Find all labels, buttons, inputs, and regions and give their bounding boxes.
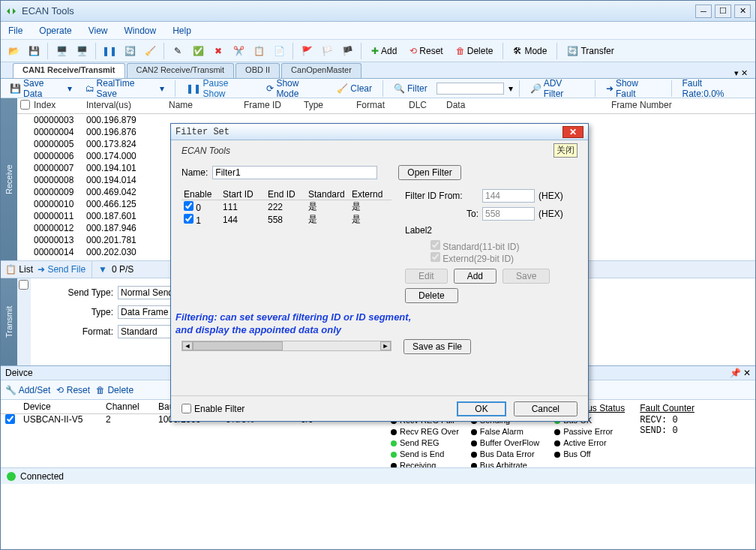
- device-checkbox[interactable]: [5, 414, 15, 424]
- menu-file[interactable]: File: [8, 26, 22, 36]
- connection-label: Connected: [20, 471, 64, 482]
- dialog-close-button[interactable]: ✕: [562, 126, 584, 138]
- filter-table: Enable Start ID End ID Standard Externd …: [182, 189, 392, 303]
- menu-operate[interactable]: Operate: [39, 26, 71, 36]
- device-section-title: Deivce: [5, 368, 33, 378]
- cut-icon[interactable]: ✂️: [230, 43, 247, 59]
- save-icon[interactable]: 💾: [26, 43, 42, 59]
- filter-button[interactable]: 🔍 Filter: [389, 80, 432, 97]
- show-fault-button[interactable]: ➜ Show Fault: [602, 80, 665, 97]
- add-button[interactable]: ✚ Add: [367, 43, 401, 59]
- transfer-button[interactable]: 🔄 Transfer: [562, 43, 618, 59]
- dialog-title: Filter Set: [176, 127, 562, 137]
- flag1-icon[interactable]: 🚩: [298, 43, 315, 59]
- grid-select-all[interactable]: [20, 100, 30, 110]
- rate-down-icon[interactable]: ▼: [98, 264, 107, 275]
- open-filter-button[interactable]: Open Filter: [398, 165, 460, 180]
- fault-recv: RECV: 0: [640, 415, 694, 425]
- col-framenum: Frame Number: [608, 100, 683, 112]
- col-format: Format: [353, 100, 406, 112]
- paste-icon[interactable]: 📄: [271, 43, 287, 59]
- adv-filter-button[interactable]: 🔎 ADV Filter: [526, 80, 589, 97]
- menu-view[interactable]: View: [88, 26, 108, 36]
- delete-button[interactable]: 🗑 Delete: [452, 43, 498, 59]
- filter-set-dialog: Filter Set ✕ ECAN Tools 关闭 Name: Open Fi…: [170, 123, 589, 422]
- status-item: False Alarm: [471, 426, 539, 437]
- col-interval: Interval(us): [83, 100, 166, 112]
- col-dlc: DLC: [406, 100, 443, 112]
- fault-send: SEND: 0: [640, 425, 694, 436]
- open-icon[interactable]: 📂: [5, 43, 22, 59]
- menu-help[interactable]: Help: [172, 26, 191, 36]
- maximize-button[interactable]: ☐: [715, 5, 731, 18]
- enable-filter-checkbox[interactable]: [182, 404, 191, 413]
- copy-icon[interactable]: 📋: [250, 43, 267, 59]
- check-icon[interactable]: ✅: [190, 43, 206, 59]
- realtime-save-button[interactable]: 🗂 RealTime Save ▾: [81, 80, 169, 97]
- reset-button[interactable]: ⟲ Reset: [405, 43, 447, 59]
- filter-dropdown-icon[interactable]: ▾: [508, 83, 513, 94]
- send-file-button[interactable]: ➜ Send File: [38, 264, 86, 275]
- show-mode-button[interactable]: ⟳ Show Mode: [262, 80, 328, 97]
- save-data-button[interactable]: 💾 Save Data ▾: [5, 80, 76, 97]
- status-item: Send is End: [391, 449, 459, 460]
- status-item: Send REG: [391, 437, 459, 449]
- minimize-button[interactable]: ─: [695, 5, 712, 18]
- close-button[interactable]: ✕: [734, 5, 751, 18]
- tab-can1[interactable]: CAN1 Receive/Transmit: [13, 63, 125, 78]
- connection-dot-icon: [7, 472, 16, 481]
- tab-obd2[interactable]: OBD II: [236, 63, 280, 78]
- std-checkbox: [430, 240, 440, 250]
- annotation-text: Filtering: can set several filtering ID …: [176, 311, 416, 336]
- addset-button[interactable]: 🔧 Add/Set: [5, 385, 50, 395]
- mode-button[interactable]: 🛠 Mode: [508, 43, 551, 59]
- titlebar: ECAN Tools ─ ☐ ✕: [1, 1, 755, 22]
- sub-toolbar: 💾 Save Data ▾ 🗂 RealTime Save ▾ ❚❚ Pause…: [1, 79, 755, 98]
- flag2-icon[interactable]: 🏳️: [319, 43, 335, 59]
- filter-from-input[interactable]: [482, 189, 535, 203]
- devreset-button[interactable]: ⟲ Reset: [56, 385, 90, 395]
- tab-can2[interactable]: CAN2 Receive/Transmit: [127, 63, 235, 78]
- devdelete-button[interactable]: 🗑 Delete: [96, 385, 134, 395]
- tab-canopen[interactable]: CanOpenMaster: [281, 63, 362, 78]
- dev1-icon[interactable]: 🖥️: [53, 43, 70, 59]
- pause-show-button[interactable]: ❚❚ Pause Show: [182, 80, 258, 97]
- transmit-side-tab[interactable]: Transmit: [1, 278, 17, 365]
- dev2-icon[interactable]: 🖥️: [74, 43, 90, 59]
- add-filter-button[interactable]: Add: [454, 269, 496, 284]
- filter-row[interactable]: 1144558是是: [182, 213, 392, 226]
- cancel-button[interactable]: Cancel: [514, 401, 578, 416]
- receive-side-tab[interactable]: Receive: [1, 98, 17, 260]
- ext-checkbox: [430, 252, 440, 262]
- name-label: Name:: [182, 167, 208, 178]
- status-item: Recv REG Over: [391, 426, 459, 437]
- device-pin-icon[interactable]: 📌 ✕: [730, 368, 751, 378]
- filter-row[interactable]: 0111222是是: [182, 200, 392, 213]
- x-icon[interactable]: ✖: [210, 43, 226, 59]
- filter-name-input[interactable]: [212, 166, 377, 179]
- ps-label: 0 P/S: [112, 264, 134, 275]
- close-tooltip: 关闭: [554, 143, 578, 158]
- fault-rate-label: Fault Rate:0.0%: [678, 80, 752, 97]
- ok-button[interactable]: OK: [457, 401, 506, 416]
- filter-to-input[interactable]: [482, 207, 535, 221]
- save-as-file-button[interactable]: Save as File: [404, 339, 471, 354]
- window-title: ECAN Tools: [22, 5, 695, 17]
- statusbar: Connected: [1, 467, 755, 484]
- menubar: File Operate View Window Help: [1, 22, 755, 40]
- filter-table-scrollbar[interactable]: ◄►: [182, 341, 392, 351]
- tx-select-all[interactable]: [19, 280, 28, 290]
- filter-input[interactable]: [436, 83, 504, 95]
- clear-button[interactable]: 🧹 Clear: [332, 80, 376, 97]
- clear-icon[interactable]: 🧹: [142, 43, 158, 59]
- list-button[interactable]: 📋 List: [5, 264, 33, 275]
- tab-extra-buttons[interactable]: ▾ ✕: [734, 68, 755, 78]
- menu-window[interactable]: Window: [124, 26, 157, 36]
- edit-button: Edit: [405, 269, 448, 284]
- status-item: Buffer OverFlow: [471, 437, 539, 449]
- pause-icon[interactable]: ❚❚: [101, 43, 118, 59]
- delete-filter-button[interactable]: Delete: [405, 288, 458, 303]
- flag3-icon[interactable]: 🏴: [339, 43, 356, 59]
- edit-icon[interactable]: ✎: [170, 43, 186, 59]
- refresh-icon[interactable]: 🔄: [122, 43, 138, 59]
